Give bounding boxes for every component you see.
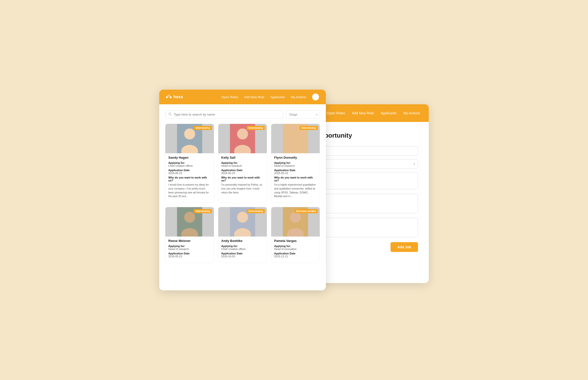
why-block: Why do you want to work with us? I would…	[168, 176, 211, 198]
nav-my-actions[interactable]: My Actions	[291, 95, 306, 99]
applicant-card[interactable]: Interviewing Sandy Hagen Applying for: C…	[165, 124, 214, 203]
date-value: 2018-05-23	[221, 172, 264, 174]
applicant-photo: Interviewing	[218, 207, 267, 237]
applying-label: Applying for:	[168, 245, 211, 247]
applying-value: Head of research	[221, 164, 264, 167]
applying-label: Applying for:	[168, 161, 211, 164]
why-text: I'm personally inspired by Pythia, so on…	[221, 183, 264, 194]
applicant-info: Reese Meisner Applying for: Head of rese…	[165, 237, 214, 263]
logo-text: hexa	[174, 95, 183, 99]
stage-select[interactable]: Stage Interviewing Decision needed Hired…	[286, 110, 320, 119]
search-row: Stage Interviewing Decision needed Hired…	[165, 110, 320, 119]
svg-point-12	[184, 212, 195, 223]
nav-applicants[interactable]: Applicants	[270, 95, 285, 99]
applying-label: Applying for:	[221, 245, 264, 247]
applicant-photo: Interviewing	[271, 124, 320, 153]
date-value: 2019-10-03	[221, 255, 264, 258]
date-block: Application Date 2018-05-23	[221, 169, 264, 174]
svg-point-3	[184, 129, 195, 140]
why-text: I would love to present my ideas for you…	[168, 183, 211, 198]
applying-block: Applying for: Head of research	[274, 161, 317, 167]
nav-my-actions-back[interactable]: My Actions	[403, 111, 420, 115]
applying-block: Applying for: Head of innovation	[274, 245, 317, 250]
search-box	[165, 110, 283, 119]
applicant-photo: Interviewing	[218, 124, 267, 153]
date-block: Application Date 2019-10-03	[221, 252, 264, 258]
applicant-name: Reese Meisner	[168, 239, 211, 243]
why-label: Why do you want to work with us?	[274, 176, 317, 182]
date-label: Application Date	[168, 252, 211, 255]
stage-badge: Interviewing	[300, 126, 318, 130]
date-label: Application Date	[168, 169, 211, 172]
stage-badge: Interviewing	[194, 126, 212, 130]
applicant-photo: Interviewing	[165, 124, 214, 153]
applicants-grid: Interviewing Sandy Hagen Applying for: C…	[165, 124, 320, 263]
why-block: Why do you want to work with us? I'm a h…	[274, 176, 317, 198]
applicant-card[interactable]: Interviewing Reese Meisner Applying for:…	[165, 207, 214, 263]
front-card-body: Stage Interviewing Decision needed Hired…	[159, 104, 326, 290]
search-icon	[168, 112, 172, 117]
applying-value: Head of research	[168, 247, 211, 250]
date-block: Application Date 2018-05-23	[168, 252, 211, 258]
logo: hexa	[166, 94, 183, 100]
svg-point-15	[237, 212, 248, 223]
applicant-name: Andy Boehlke	[221, 239, 264, 243]
why-block: Why do you want to work with us? I'm per…	[221, 176, 264, 194]
applicant-photo: Decision needed	[271, 207, 320, 237]
date-label: Application Date	[221, 169, 264, 172]
date-value: 2015-11-11	[274, 255, 317, 258]
svg-point-9	[290, 129, 301, 140]
applicant-info: Kelly Sall Applying for: Head of researc…	[218, 153, 267, 199]
applicants-list-card: hexa Open Roles Add New Role Applicants …	[159, 90, 326, 290]
applicant-name: Kelly Sall	[221, 156, 264, 159]
date-label: Application Date	[274, 252, 317, 255]
applicant-info: Sandy Hagen Applying for: Chief creative…	[165, 153, 214, 203]
why-text: I'm a highly experienced quantitative an…	[274, 183, 317, 198]
user-avatar[interactable]	[312, 94, 319, 100]
applicant-name: Flynn Donnelly	[274, 156, 317, 159]
applying-block: Applying for: Head of research	[221, 161, 264, 167]
applicant-name: Pamela Vargas	[274, 239, 317, 243]
back-card-nav: Open Roles Add New Role Applicants My Ac…	[327, 111, 420, 115]
front-card-header: hexa Open Roles Add New Role Applicants …	[159, 90, 326, 104]
add-job-button[interactable]: Add Job	[391, 242, 418, 252]
date-block: Application Date 2018-05-23	[274, 169, 317, 174]
applying-block: Applying for: Head of research	[168, 245, 211, 250]
date-value: 2018-05-23	[168, 172, 211, 174]
why-label: Why do you want to work with us?	[221, 176, 264, 182]
nav-applicants-back[interactable]: Applicants	[381, 111, 397, 115]
date-block: Application Date 2018-05-23	[168, 169, 211, 174]
applying-block: Applying for: Chief creative officer	[168, 161, 211, 167]
why-label: Why do you want to work with us?	[168, 176, 211, 182]
date-label: Application Date	[274, 169, 317, 172]
svg-line-1	[171, 114, 171, 115]
applying-label: Applying for:	[221, 161, 264, 164]
applying-value: Head of innovation	[274, 247, 317, 250]
applying-value: Chief creative officer	[168, 164, 211, 167]
stage-badge: Interviewing	[247, 209, 265, 213]
applying-value: Head of research	[274, 164, 317, 167]
applicant-name: Sandy Hagen	[168, 156, 211, 159]
nav-open-roles[interactable]: Open Roles	[221, 95, 238, 99]
applicant-info: Flynn Donnelly Applying for: Head of res…	[271, 153, 320, 203]
applicant-card[interactable]: Interviewing Flynn Donnelly Applying for…	[271, 124, 320, 203]
applicant-info: Andy Boehlke Applying for: Chief creativ…	[218, 237, 267, 263]
applying-block: Applying for: Chief creative officer	[221, 245, 264, 250]
search-input[interactable]	[174, 111, 280, 118]
nav-open-roles-back[interactable]: Open Roles	[327, 111, 345, 115]
applying-label: Applying for:	[274, 245, 317, 247]
applying-label: Applying for:	[274, 161, 317, 164]
applicant-card[interactable]: Decision needed Pamela Vargas Applying f…	[271, 207, 320, 263]
applicant-card[interactable]: Interviewing Kelly Sall Applying for: He…	[218, 124, 267, 203]
front-card-nav: Open Roles Add New Role Applicants My Ac…	[221, 94, 319, 100]
nav-add-new-role[interactable]: Add New Role	[244, 95, 264, 99]
nav-add-new-role-back[interactable]: Add New Role	[352, 111, 374, 115]
stage-select-wrapper: Stage Interviewing Decision needed Hired…	[286, 110, 320, 119]
stage-badge: Interviewing	[247, 126, 265, 130]
svg-point-6	[237, 129, 248, 140]
applicant-card[interactable]: Interviewing Andy Boehlke Applying for: …	[218, 207, 267, 263]
applying-value: Chief creative officer	[221, 247, 264, 250]
applicant-info: Pamela Vargas Applying for: Head of inno…	[271, 237, 320, 263]
date-value: 2018-05-23	[168, 255, 211, 258]
date-value: 2018-05-23	[274, 172, 317, 174]
